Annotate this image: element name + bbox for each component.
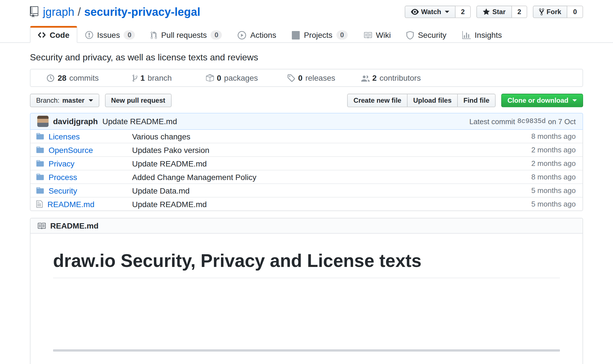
dropdown-caret-icon [88, 99, 93, 102]
file-link[interactable]: Licenses [49, 132, 80, 141]
readme-content: draw.io Security, Privacy and License te… [30, 234, 583, 352]
file-buttons-group: Create new file Upload files Find file [347, 94, 496, 107]
commit-author-link[interactable]: davidjgraph [53, 117, 98, 126]
readme-header-label: README.md [50, 221, 98, 230]
people-icon [361, 74, 369, 82]
star-button[interactable]: Star [477, 6, 512, 18]
social-actions: Watch 2 Star 2 Fork [405, 6, 583, 18]
tab-label: Actions [250, 30, 276, 40]
repo-owner-link[interactable]: jgraph [43, 5, 74, 19]
file-commit-message-link[interactable]: Various changes [132, 132, 191, 141]
project-icon [292, 31, 300, 39]
repo-header: jgraph / security-privacy-legal Watch 2 [0, 0, 613, 19]
repo-stats-bar: 28 commits 1 branch 0 packages 0 release… [30, 69, 583, 87]
readme-panel: README.md draw.io Security, Privacy and … [30, 218, 583, 364]
tab-insights[interactable]: Insights [454, 26, 510, 43]
readme-title: draw.io Security, Privacy and License te… [53, 249, 560, 278]
fork-label: Fork [547, 8, 561, 16]
file-row: Privacy Update README.md 2 months ago [30, 156, 583, 170]
file-link[interactable]: Process [49, 172, 77, 181]
folder-icon [36, 132, 44, 141]
issues-counter: 0 [124, 30, 135, 40]
latest-commit-bar: davidjgraph Update README.md Latest comm… [30, 113, 583, 130]
file-age: 5 months ago [480, 200, 576, 208]
stat-branches[interactable]: 1 branch [112, 73, 192, 82]
star-count[interactable]: 2 [512, 6, 527, 18]
file-row: Process Added Change Management Policy 8… [30, 170, 583, 183]
tab-actions[interactable]: Actions [230, 26, 284, 43]
create-new-file-button[interactable]: Create new file [347, 94, 408, 107]
latest-commit-label: Latest commit [469, 117, 515, 126]
clone-or-download-button[interactable]: Clone or download [501, 94, 583, 107]
tab-label: Projects [304, 30, 332, 40]
fork-group: Fork 0 [533, 6, 583, 18]
file-commit-message-link[interactable]: Added Change Management Policy [132, 172, 257, 181]
git-branch-icon [132, 74, 137, 82]
watch-count[interactable]: 2 [455, 6, 471, 18]
dropdown-caret-icon [572, 99, 577, 102]
commit-sha-link[interactable]: 8c9835d [517, 117, 546, 125]
file-row: OpenSource Updates Pako version 2 months… [30, 143, 583, 156]
tab-wiki[interactable]: Wiki [356, 26, 399, 43]
shield-icon [407, 31, 414, 39]
tab-label: Insights [475, 30, 502, 40]
projects-counter: 0 [336, 30, 348, 40]
find-file-button[interactable]: Find file [457, 94, 496, 107]
code-icon [38, 30, 46, 40]
file-age: 8 months ago [480, 173, 576, 181]
tab-label: Code [50, 30, 69, 40]
tag-icon [287, 74, 295, 82]
play-icon [238, 31, 246, 39]
file-commit-message-link[interactable]: Updates Pako version [132, 145, 209, 154]
file-age: 2 months ago [480, 146, 576, 154]
folder-icon [36, 186, 44, 195]
file-commit-message-link[interactable]: Update README.md [132, 199, 207, 209]
commit-date: on 7 Oct [548, 117, 576, 126]
file-link[interactable]: Security [49, 186, 77, 195]
repo-icon [30, 6, 38, 17]
tab-pull-requests[interactable]: Pull requests 0 [143, 26, 230, 43]
github-repo-page: jgraph / security-privacy-legal Watch 2 [0, 0, 613, 364]
tab-code[interactable]: Code [30, 26, 77, 43]
file-link[interactable]: OpenSource [49, 145, 93, 154]
tab-security[interactable]: Security [399, 26, 454, 43]
stat-contributors[interactable]: 2 contributors [351, 73, 431, 82]
watch-label: Watch [421, 8, 441, 16]
file-actions-row: Branch: master New pull request Create n… [30, 94, 583, 107]
tab-projects[interactable]: Projects 0 [284, 26, 356, 43]
pull-request-icon [151, 31, 157, 39]
tab-label: Security [418, 30, 446, 40]
fork-button[interactable]: Fork [533, 6, 568, 18]
latest-commit-meta: Latest commit 8c9835d on 7 Oct [469, 117, 576, 126]
pull-requests-counter: 0 [211, 30, 222, 40]
tab-issues[interactable]: Issues 0 [77, 26, 143, 43]
repo-description: Security and privacy, as well as license… [30, 52, 583, 63]
file-link[interactable]: Privacy [49, 159, 75, 168]
repo-name-link[interactable]: security-privacy-legal [84, 5, 200, 19]
breadcrumb: jgraph / security-privacy-legal [30, 5, 200, 19]
folder-icon [36, 159, 44, 168]
watch-button[interactable]: Watch [405, 6, 455, 18]
file-commit-message-link[interactable]: Update Data.md [132, 186, 190, 195]
file-link[interactable]: README.md [47, 199, 94, 209]
stat-commits[interactable]: 28 commits [33, 73, 112, 82]
file-commit-message-link[interactable]: Update README.md [132, 159, 207, 168]
star-icon [483, 8, 490, 16]
file-icon [36, 200, 43, 208]
stat-releases[interactable]: 0 releases [272, 73, 351, 82]
file-row: Licenses Various changes 8 months ago [30, 130, 583, 143]
avatar[interactable] [37, 116, 49, 127]
stat-packages[interactable]: 0 packages [192, 73, 272, 82]
fork-count[interactable]: 0 [568, 6, 583, 18]
star-label: Star [492, 8, 506, 16]
files-panel: davidjgraph Update README.md Latest comm… [30, 113, 583, 211]
file-age: 8 months ago [480, 132, 576, 141]
branch-select-button[interactable]: Branch: master [30, 94, 99, 107]
new-pull-request-button[interactable]: New pull request [105, 94, 171, 107]
breadcrumb-separator: / [78, 5, 81, 19]
folder-icon [36, 173, 44, 181]
upload-files-button[interactable]: Upload files [407, 94, 458, 107]
commit-message-link[interactable]: Update README.md [102, 117, 177, 126]
book-icon [37, 222, 46, 230]
file-row: README.md Update README.md 5 months ago [30, 197, 583, 210]
